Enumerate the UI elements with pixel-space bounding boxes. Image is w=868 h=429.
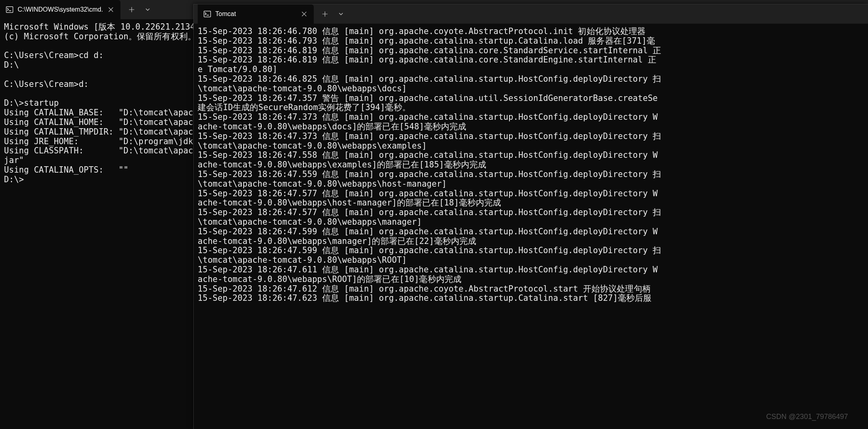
tomcat-titlebar: Tomcat [194,4,868,24]
chevron-down-icon [339,12,343,16]
cmd-text: Microsoft Windows [版本 10.0.22621.2134] (… [4,22,208,184]
watermark: CSDN @2301_79786497 [766,413,848,421]
plus-icon [322,11,328,17]
new-tab-button[interactable] [124,0,140,19]
cmd-titlebar-actions [120,0,156,19]
svg-rect-0 [6,7,13,13]
tab-dropdown-button[interactable] [333,4,349,24]
new-tab-button[interactable] [317,4,333,24]
tomcat-titlebar-actions [314,4,349,24]
tab-tomcat[interactable]: Tomcat [198,4,314,24]
tab-cmd[interactable]: C:\WINDOWS\system32\cmd. [0,0,120,19]
svg-rect-2 [204,11,211,17]
tab-cmd-title: C:\WINDOWS\system32\cmd. [18,6,103,13]
tomcat-window: Tomcat 15-Sep-2023 18:26:46.780 信息 [main… [193,4,868,429]
tomcat-output[interactable]: 15-Sep-2023 18:26:46.780 信息 [main] org.a… [194,24,868,306]
chevron-down-icon [145,7,150,12]
tab-dropdown-button[interactable] [140,0,156,19]
tomcat-text: 15-Sep-2023 18:26:46.780 信息 [main] org.a… [198,26,661,303]
tab-cmd-close[interactable] [107,6,115,14]
tab-tomcat-title: Tomcat [215,10,296,18]
tab-tomcat-close[interactable] [300,10,308,18]
plus-icon [129,7,134,12]
close-icon [108,7,113,12]
terminal-icon [203,10,211,18]
close-icon [302,12,307,16]
terminal-icon [6,6,14,14]
